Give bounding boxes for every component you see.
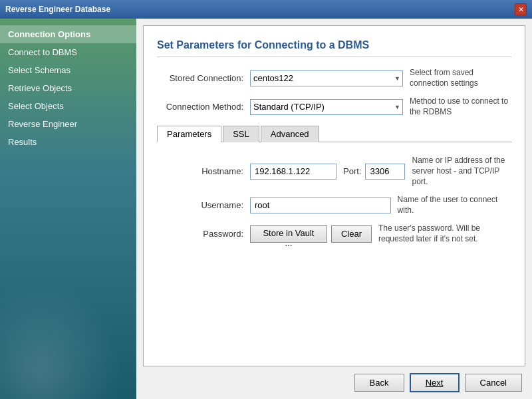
sidebar-item-connection-options[interactable]: Connection Options — [0, 25, 136, 43]
sidebar-item-select-objects[interactable]: Select Objects — [0, 97, 136, 115]
sidebar-item-retrieve-objects[interactable]: Retrieve Objects — [0, 79, 136, 97]
connection-method-select-wrapper: Standard (TCP/IP) — [250, 99, 403, 115]
connection-method-group: Standard (TCP/IP) Method to use to conne… — [250, 96, 511, 117]
username-label: Username: — [157, 200, 250, 210]
hostname-input[interactable] — [250, 164, 336, 180]
username-group: Name of the user to connect with. — [250, 195, 511, 215]
username-row: Username: Name of the user to connect wi… — [157, 195, 511, 215]
tabs-header: Parameters SSL Advanced — [157, 125, 511, 142]
next-button[interactable]: Next — [410, 373, 460, 392]
sidebar-item-connect-to-dbms[interactable]: Connect to DBMS — [0, 43, 136, 61]
password-label: Password: — [157, 229, 250, 239]
store-in-vault-button[interactable]: Store in Vault ... — [250, 225, 327, 243]
stored-connection-row: Stored Connection: centos122 Select from… — [157, 68, 511, 88]
password-group: Store in Vault ... Clear The user's pass… — [250, 223, 511, 244]
port-input[interactable] — [365, 164, 405, 180]
hostname-port-group: Port: — [250, 164, 405, 180]
tab-ssl[interactable]: SSL — [223, 126, 259, 142]
back-button[interactable]: Back — [354, 374, 404, 392]
sidebar: Connection Options Connect to DBMS Selec… — [0, 19, 136, 399]
sidebar-item-results[interactable]: Results — [0, 133, 136, 151]
hostname-group: Port: Name or IP address of the server h… — [250, 156, 511, 187]
footer: Back Next Cancel — [136, 366, 532, 399]
panel-title: Set Parameters for Connecting to a DBMS — [157, 39, 511, 57]
content-panel: Set Parameters for Connecting to a DBMS … — [143, 25, 525, 366]
connection-method-label: Connection Method: — [157, 102, 250, 112]
username-hint: Name of the user to connect with. — [398, 195, 511, 215]
connection-method-hint: Method to use to connect to the RDBMS — [410, 96, 511, 117]
tab-advanced[interactable]: Advanced — [261, 126, 319, 142]
stored-connection-label: Stored Connection: — [157, 73, 250, 83]
main-container: Connection Options Connect to DBMS Selec… — [0, 19, 532, 399]
tab-parameters[interactable]: Parameters — [157, 126, 221, 142]
stored-connection-select[interactable]: centos122 — [250, 70, 403, 86]
title-bar: Reverse Engineer Database ✕ — [0, 0, 532, 19]
cancel-button[interactable]: Cancel — [465, 374, 522, 392]
stored-connection-hint: Select from saved connection settings — [410, 68, 511, 88]
content-area: Set Parameters for Connecting to a DBMS … — [136, 19, 532, 399]
clear-button[interactable]: Clear — [331, 225, 372, 243]
sidebar-item-reverse-engineer[interactable]: Reverse Engineer — [0, 115, 136, 133]
password-row: Password: Store in Vault ... Clear The u… — [157, 223, 511, 244]
hostname-hint: Name or IP address of the server host - … — [412, 156, 511, 187]
sidebar-item-select-schemas[interactable]: Select Schemas — [0, 61, 136, 79]
username-input[interactable] — [250, 198, 391, 213]
password-hint: The user's password. Will be requested l… — [378, 223, 511, 244]
tabs-container: Parameters SSL Advanced Hostname: — [157, 125, 511, 257]
connection-method-select[interactable]: Standard (TCP/IP) — [250, 99, 403, 115]
hostname-row: Hostname: Port: Name or IP address of th… — [157, 156, 511, 187]
tab-content-parameters: Hostname: Port: Name or IP address of th… — [157, 150, 511, 257]
stored-connection-group: centos122 Select from saved connection s… — [250, 68, 511, 88]
port-label: Port: — [343, 166, 361, 176]
connection-method-row: Connection Method: Standard (TCP/IP) Met… — [157, 96, 511, 117]
stored-connection-select-wrapper: centos122 — [250, 70, 403, 86]
window-title: Reverse Engineer Database — [5, 5, 110, 14]
hostname-label: Hostname: — [157, 166, 250, 176]
close-button[interactable]: ✕ — [515, 3, 527, 15]
